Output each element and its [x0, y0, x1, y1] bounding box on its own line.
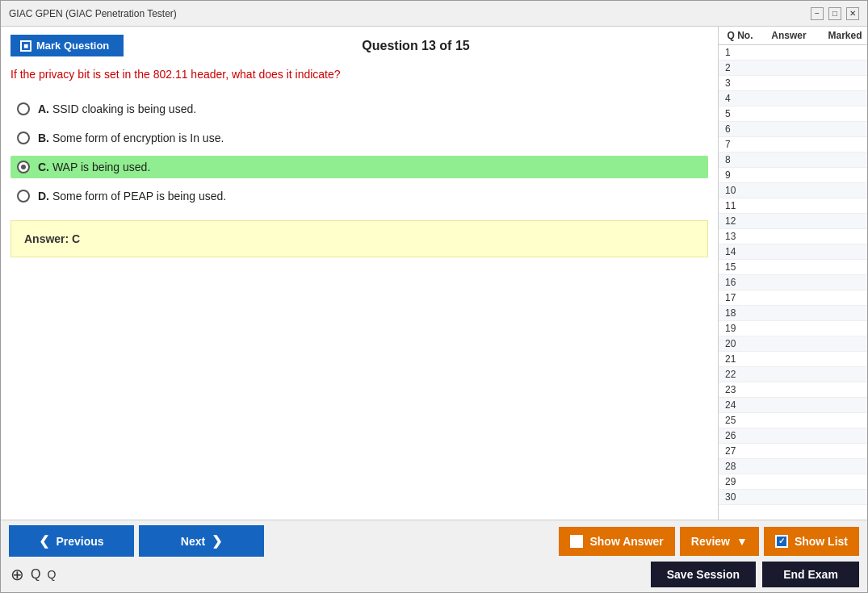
q-row-number: 23: [719, 384, 755, 395]
review-dropdown-icon: ▼: [736, 535, 748, 548]
list-item[interactable]: 22: [719, 367, 867, 382]
right-panel-header: Q No. Answer Marked: [719, 27, 867, 45]
options-list: A. SSID cloaking is being used. B. Some …: [10, 98, 708, 207]
q-row-number: 28: [719, 461, 755, 472]
q-row-number: 26: [719, 430, 755, 441]
list-item[interactable]: 6: [719, 122, 867, 137]
q-row-number: 13: [719, 231, 755, 242]
answer-header: Answer: [755, 30, 823, 41]
minimize-button[interactable]: −: [811, 7, 824, 20]
list-item[interactable]: 10: [719, 183, 867, 198]
q-row-number: 1: [719, 47, 755, 58]
close-button[interactable]: ✕: [846, 7, 859, 20]
top-bar: ■ Mark Question Question 13 of 15: [10, 35, 708, 56]
title-bar: GIAC GPEN (GIAC Penetration Tester) − □ …: [1, 1, 867, 27]
option-d-text: D. Some form of PEAP is being used.: [38, 190, 226, 203]
next-label: Next: [181, 535, 205, 548]
option-c-radio[interactable]: [17, 161, 30, 173]
list-item[interactable]: 13: [719, 229, 867, 244]
option-d-row[interactable]: D. Some form of PEAP is being used.: [10, 185, 708, 207]
list-item[interactable]: 4: [719, 91, 867, 106]
list-item[interactable]: 1: [719, 45, 867, 61]
maximize-button[interactable]: □: [828, 7, 841, 20]
list-item[interactable]: 18: [719, 306, 867, 321]
zoom-in-button[interactable]: ⊕: [9, 563, 26, 586]
window-controls: − □ ✕: [811, 7, 859, 20]
list-item[interactable]: 8: [719, 152, 867, 168]
end-exam-button[interactable]: End Exam: [762, 562, 859, 587]
option-c-row[interactable]: C. WAP is being used.: [10, 156, 708, 178]
question-text: If the privacy bit is set in the 802.11 …: [10, 66, 708, 83]
review-button[interactable]: Review ▼: [680, 527, 759, 556]
q-row-number: 18: [719, 307, 755, 319]
list-item[interactable]: 16: [719, 275, 867, 290]
list-item[interactable]: 9: [719, 168, 867, 183]
app-window: GIAC GPEN (GIAC Penetration Tester) − □ …: [0, 0, 868, 593]
q-row-number: 21: [719, 353, 755, 365]
q-row-number: 14: [719, 246, 755, 257]
main-panel: ■ Mark Question Question 13 of 15 If the…: [1, 27, 718, 520]
q-row-number: 11: [719, 200, 755, 211]
previous-button[interactable]: ❮ Previous: [9, 525, 134, 557]
list-item[interactable]: 24: [719, 398, 867, 413]
q-row-number: 24: [719, 399, 755, 411]
q-row-number: 25: [719, 415, 755, 426]
next-arrow-icon: ❯: [212, 533, 222, 549]
q-row-number: 5: [719, 108, 755, 119]
zoom-out-button[interactable]: Q: [45, 566, 57, 583]
previous-arrow-icon: ❮: [39, 533, 49, 549]
list-item[interactable]: 17: [719, 290, 867, 306]
session-controls: Save Session End Exam: [651, 562, 859, 587]
zoom-reset-button[interactable]: Q: [29, 566, 42, 583]
save-session-button[interactable]: Save Session: [651, 562, 756, 587]
option-d-radio[interactable]: [17, 190, 30, 203]
list-item[interactable]: 5: [719, 106, 867, 122]
list-item[interactable]: 26: [719, 428, 867, 444]
question-list[interactable]: 1 2 3 4 5 6 7 8: [719, 45, 867, 520]
list-item[interactable]: 21: [719, 352, 867, 367]
list-item[interactable]: 29: [719, 474, 867, 490]
list-item[interactable]: 15: [719, 260, 867, 275]
list-item[interactable]: 7: [719, 137, 867, 152]
list-item[interactable]: 23: [719, 382, 867, 398]
footer: ❮ Previous Next ❯ Show Answer Review ▼ ✓…: [1, 520, 867, 592]
question-title: Question 13 of 15: [124, 39, 708, 53]
option-b-radio[interactable]: [17, 132, 30, 144]
option-a-label: A. SSID cloaking is being used.: [38, 102, 196, 115]
next-button[interactable]: Next ❯: [139, 525, 264, 557]
q-row-number: 16: [719, 277, 755, 288]
option-a-row[interactable]: A. SSID cloaking is being used.: [10, 98, 708, 120]
q-row-number: 4: [719, 93, 755, 104]
list-item[interactable]: 25: [719, 413, 867, 428]
list-item[interactable]: 2: [719, 61, 867, 76]
q-row-number: 29: [719, 476, 755, 487]
list-item[interactable]: 27: [719, 444, 867, 459]
list-item[interactable]: 30: [719, 490, 867, 505]
list-item[interactable]: 20: [719, 336, 867, 352]
list-item[interactable]: 3: [719, 76, 867, 91]
option-c-text: C. WAP is being used.: [38, 161, 150, 173]
q-row-number: 19: [719, 323, 755, 334]
list-item[interactable]: 14: [719, 244, 867, 260]
show-answer-checkbox-icon: [570, 535, 583, 548]
window-title: GIAC GPEN (GIAC Penetration Tester): [9, 8, 177, 19]
mark-checkbox-icon: ■: [20, 40, 31, 52]
list-item[interactable]: 19: [719, 321, 867, 336]
show-answer-label: Show Answer: [589, 535, 663, 548]
list-item[interactable]: 11: [719, 198, 867, 214]
option-b-row[interactable]: B. Some form of encryption is In use.: [10, 127, 708, 149]
q-row-number: 2: [719, 62, 755, 73]
show-answer-button[interactable]: Show Answer: [559, 527, 674, 556]
q-row-number: 15: [719, 261, 755, 273]
mark-question-button[interactable]: ■ Mark Question: [10, 35, 124, 56]
zoom-controls: ⊕ Q Q: [9, 563, 57, 586]
show-list-button[interactable]: ✓ Show List: [764, 527, 859, 556]
q-row-number: 6: [719, 123, 755, 135]
option-a-radio[interactable]: [17, 102, 30, 115]
list-item[interactable]: 28: [719, 459, 867, 474]
marked-header: Marked: [823, 30, 867, 41]
q-row-number: 20: [719, 338, 755, 349]
list-item[interactable]: 12: [719, 214, 867, 229]
q-row-number: 7: [719, 139, 755, 150]
option-a-text: A. SSID cloaking is being used.: [38, 102, 196, 115]
